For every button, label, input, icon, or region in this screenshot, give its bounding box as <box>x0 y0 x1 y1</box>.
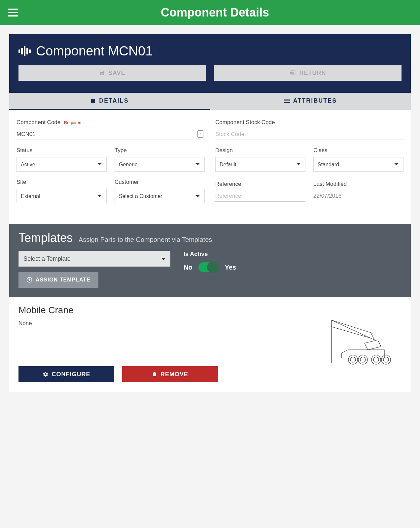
form-area: Component Code Required ! Component Stoc… <box>9 110 411 224</box>
app-header: Component Details <box>0 0 420 25</box>
panel-header: Component MCN01 SAVE RETURN <box>9 34 411 93</box>
svg-point-17 <box>373 357 379 362</box>
required-tag: Required <box>64 120 82 125</box>
template-select[interactable]: Select a Template <box>18 251 170 267</box>
is-active-label: Is Active <box>184 251 236 258</box>
type-select[interactable]: Generic <box>115 157 205 172</box>
svg-point-13 <box>350 357 356 362</box>
toggle-yes-label: Yes <box>225 264 236 271</box>
assigned-title: Mobile Crane <box>18 305 402 315</box>
type-label: Type <box>115 147 127 154</box>
return-button[interactable]: RETURN <box>214 65 402 81</box>
assign-template-button[interactable]: ASSIGN TEMPLATE <box>18 272 98 288</box>
svg-rect-2 <box>284 102 290 103</box>
tab-attributes[interactable]: ATTRIBUTES <box>210 93 411 110</box>
save-button[interactable]: SAVE <box>18 65 206 81</box>
panel-title: Component MCN01 <box>36 44 153 58</box>
templates-title: Templates <box>18 231 73 245</box>
design-select[interactable]: Default <box>215 157 305 172</box>
templates-subtitle: Assign Parts to the Component via Templa… <box>79 236 212 244</box>
menu-icon[interactable] <box>8 9 18 16</box>
plus-circle-icon <box>26 277 32 283</box>
svg-point-16 <box>371 355 381 364</box>
attributes-icon <box>284 99 290 103</box>
reference-label: Reference <box>215 181 241 187</box>
svg-line-20 <box>341 350 348 353</box>
svg-line-8 <box>332 320 373 333</box>
details-icon <box>90 98 96 104</box>
site-select[interactable]: External <box>17 189 107 203</box>
page-title: Component Details <box>18 6 412 19</box>
last-modified-label: Last Modified <box>313 181 347 187</box>
tab-details[interactable]: DETAILS <box>9 93 210 110</box>
design-label: Design <box>215 147 233 154</box>
svg-rect-0 <box>284 99 290 99</box>
svg-line-9 <box>332 327 371 338</box>
status-select[interactable]: Active <box>17 157 107 172</box>
stock-code-input[interactable] <box>215 129 403 140</box>
component-code-label: Component Code <box>17 119 60 126</box>
gear-icon <box>43 371 49 377</box>
class-label: Class <box>313 147 328 154</box>
svg-rect-1 <box>284 100 290 101</box>
remove-button[interactable]: REMOVE <box>122 366 218 382</box>
status-label: Status <box>17 147 32 154</box>
last-modified-value: 22/07/2016 <box>313 191 403 201</box>
assigned-template-section: Mobile Crane None CONFIGURE REMOVE <box>9 297 411 392</box>
svg-point-19 <box>383 357 389 362</box>
is-active-toggle[interactable] <box>198 262 219 272</box>
equalizer-icon <box>18 46 31 56</box>
toggle-no-label: No <box>184 264 192 271</box>
templates-section: Templates Assign Parts to the Component … <box>9 224 411 297</box>
class-select[interactable]: Standard <box>313 157 403 172</box>
document-icon: ! <box>197 130 203 138</box>
return-icon <box>290 70 296 76</box>
svg-point-15 <box>360 357 366 362</box>
customer-label: Customer <box>115 179 139 185</box>
svg-point-12 <box>348 355 358 364</box>
svg-point-14 <box>358 355 368 364</box>
component-code-input[interactable] <box>17 129 205 140</box>
site-label: Site <box>17 179 26 185</box>
tabs: DETAILS ATTRIBUTES <box>9 93 411 110</box>
configure-button[interactable]: CONFIGURE <box>18 366 114 382</box>
customer-select[interactable]: Select a Customer <box>115 189 205 203</box>
save-icon <box>99 70 105 76</box>
svg-line-10 <box>371 333 374 340</box>
svg-point-18 <box>381 355 391 364</box>
trash-icon <box>152 371 157 377</box>
svg-line-7 <box>332 320 374 340</box>
stock-code-label: Component Stock Code <box>215 119 275 126</box>
crane-image <box>328 317 401 366</box>
reference-input[interactable] <box>215 191 305 202</box>
